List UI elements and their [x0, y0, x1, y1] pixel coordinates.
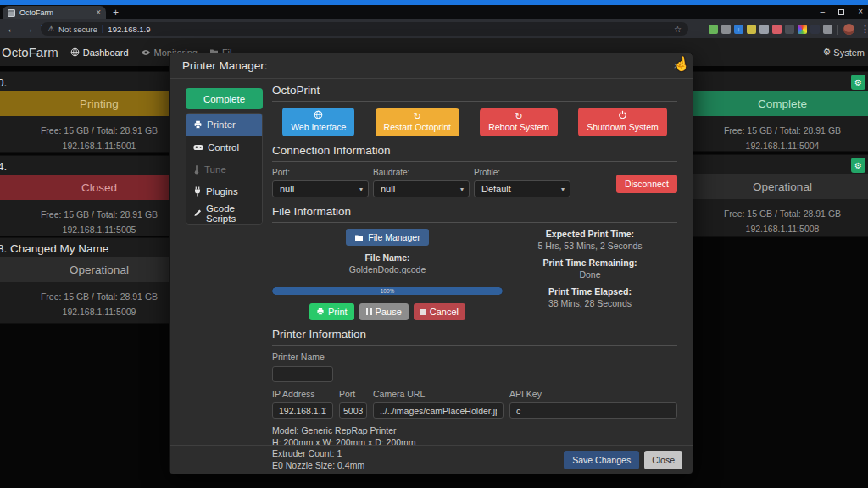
printer-status-badge: Complete: [687, 91, 868, 116]
connection-information-heading: Connection Information: [272, 144, 677, 162]
chevron-down-icon: ▾: [561, 186, 565, 193]
extension-icon[interactable]: [823, 25, 832, 34]
printer-card-title: [687, 72, 868, 91]
camera-url-input[interactable]: [373, 402, 504, 419]
modal-content: OctoPrint Web Interface ↻ Restart Octopr…: [272, 84, 677, 471]
gamepad-icon: [193, 144, 203, 151]
pause-icon: [366, 308, 372, 315]
printer-status-badge: Operational: [687, 174, 868, 199]
folder-icon: [354, 234, 364, 241]
print-button[interactable]: Print: [309, 303, 354, 320]
nav-item-dashboard[interactable]: Dashboard: [70, 47, 129, 58]
ip-address-label: IP Address: [272, 389, 333, 399]
printer-state-badge: Complete: [186, 88, 263, 109]
window-minimize-button[interactable]: –: [821, 8, 826, 16]
print-progress-label: 100%: [272, 287, 503, 295]
nav-item-system[interactable]: ⚙ System: [822, 47, 865, 58]
forward-button[interactable]: →: [24, 23, 34, 35]
browser-tab[interactable]: OctoFarm ×: [3, 6, 106, 19]
extension-icon[interactable]: [810, 25, 820, 34]
print-time-remaining-value: Done: [503, 269, 677, 280]
printer-storage: Free: 15 GB / Total: 28.91 GB: [687, 123, 868, 138]
back-button[interactable]: ←: [7, 23, 17, 35]
mouse-cursor: ☝: [672, 55, 691, 74]
print-progress-bar: 100%: [272, 287, 503, 295]
baudrate-label: Baudrate:: [373, 168, 470, 177]
extension-icon[interactable]: [709, 25, 718, 34]
printer-name-label: Printer Name: [272, 352, 677, 362]
extension-icon[interactable]: [785, 25, 794, 34]
sidebar-item-plugins[interactable]: Plugins: [186, 180, 262, 202]
port-input[interactable]: [339, 402, 367, 419]
file-manager-button[interactable]: File Manager: [346, 229, 428, 246]
gear-icon: ⚙: [854, 161, 862, 170]
tab-close-icon[interactable]: ×: [96, 8, 101, 17]
printer-manager-modal: Printer Manager: × Complete Printer Cont…: [169, 53, 693, 474]
address-bar[interactable]: ⚠ Not secure | 192.168.1.9 ☆: [41, 22, 688, 36]
restart-octoprint-button[interactable]: ↻ Restart Octoprint: [376, 108, 459, 136]
port-select[interactable]: null ▾: [272, 180, 369, 197]
printer-model-text: Model: Generic RepRap Printer: [272, 425, 677, 437]
modal-header: Printer Manager: ×: [170, 53, 693, 79]
shutdown-system-button[interactable]: Shutdown System: [578, 108, 667, 136]
chevron-down-icon: ▾: [359, 186, 363, 193]
refresh-icon: ↻: [384, 111, 451, 122]
pencil-icon: [193, 208, 202, 218]
print-time-elapsed-value: 38 Mins, 28 Seconds: [503, 298, 677, 308]
sidebar-item-control[interactable]: Control: [186, 136, 262, 158]
sidebar-item-gcode-scripts[interactable]: Gcode Scripts: [186, 202, 262, 224]
printer-name-input[interactable]: [272, 366, 333, 382]
printer-address: 192.168.1.11:5008: [687, 221, 868, 236]
profile-avatar[interactable]: [843, 24, 854, 35]
cancel-button[interactable]: Cancel: [414, 303, 465, 320]
printer-storage: Free: 15 GB / Total: 28.91 GB: [687, 206, 868, 221]
toolbar-divider: [837, 25, 838, 35]
close-button[interactable]: Close: [644, 451, 682, 469]
printer-card-title: [687, 155, 868, 174]
baudrate-select[interactable]: null ▾: [373, 180, 470, 197]
octofarm-favicon-icon: [8, 9, 15, 17]
extension-icon[interactable]: [747, 25, 756, 34]
ip-address-input[interactable]: [272, 402, 333, 419]
sidebar-item-printer[interactable]: Printer: [186, 114, 262, 136]
extension-icon[interactable]: [721, 25, 731, 34]
reboot-system-button[interactable]: ↻ Reboot System: [480, 108, 558, 136]
plug-icon: [193, 186, 202, 197]
extension-icon[interactable]: [772, 25, 782, 34]
extension-icon[interactable]: [798, 25, 807, 34]
octofarm-brand[interactable]: OctoFarm: [2, 45, 58, 59]
print-time-remaining-label: Print Time Remaining:: [503, 258, 677, 268]
printer-settings-button[interactable]: ⚙: [851, 158, 865, 173]
expected-print-time-label: Expected Print Time:: [503, 229, 677, 239]
extension-icon[interactable]: [760, 25, 769, 34]
browser-tabstrip: OctoFarm × + – ×: [0, 5, 868, 19]
disconnect-button[interactable]: Disconnect: [616, 175, 677, 193]
printer-icon: [316, 308, 325, 316]
power-icon: [618, 110, 627, 119]
bookmark-star-icon[interactable]: ☆: [674, 25, 682, 34]
eye-icon: [141, 48, 151, 57]
window-maximize-button[interactable]: [838, 9, 844, 15]
modal-title: Printer Manager:: [182, 59, 268, 72]
printer-settings-button[interactable]: ⚙: [851, 75, 865, 90]
sidebar-item-tune[interactable]: Tune: [186, 158, 262, 180]
octoprint-heading: OctoPrint: [272, 84, 677, 102]
thermometer-icon: [193, 164, 200, 175]
extension-icon[interactable]: ↓: [734, 25, 743, 34]
security-label: Not secure: [58, 25, 97, 34]
window-close-button[interactable]: ×: [858, 8, 863, 16]
web-interface-button[interactable]: Web Interface: [282, 108, 354, 136]
browser-menu-icon[interactable]: ⋮: [860, 24, 868, 35]
gears-icon: ⚙: [822, 47, 831, 57]
stop-icon: [420, 309, 426, 315]
port-field-label: Port: [339, 389, 367, 399]
printer-information-heading: Printer Information: [272, 328, 677, 346]
new-tab-button[interactable]: +: [113, 7, 119, 19]
url-text: 192.168.1.9: [108, 25, 150, 34]
profile-select[interactable]: Default ▾: [474, 180, 570, 197]
api-key-input[interactable]: [509, 402, 677, 419]
pause-button[interactable]: Pause: [359, 303, 409, 320]
tab-title: OctoFarm: [19, 8, 92, 17]
save-changes-button[interactable]: Save Changes: [564, 451, 639, 469]
port-label: Port:: [272, 168, 369, 177]
